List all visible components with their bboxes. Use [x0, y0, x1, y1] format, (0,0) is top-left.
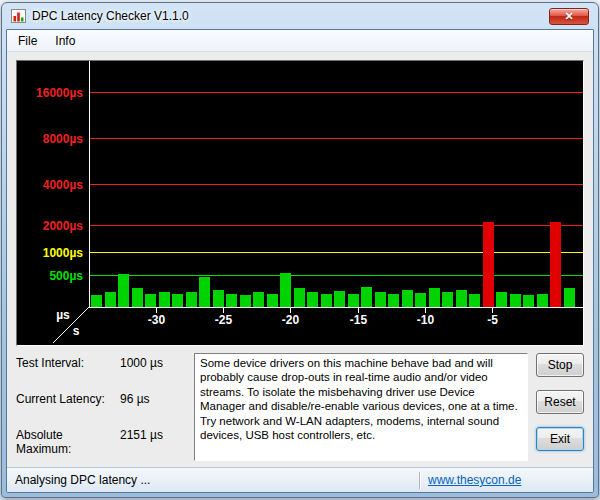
latency-bar	[199, 277, 210, 307]
x-tick-label: -15	[350, 313, 368, 327]
close-button[interactable]: ✕	[549, 8, 589, 25]
latency-bar	[118, 274, 129, 307]
title-bar[interactable]: DPC Latency Checker V1.1.0 ✕	[6, 3, 594, 29]
y-axis-label: 1000µs	[43, 246, 84, 260]
current-latency-label: Current Latency:	[16, 392, 120, 406]
stat-row: Test Interval: 1000 µs	[16, 356, 194, 370]
y-axis-label: 16000µs	[36, 86, 83, 100]
thesycon-link[interactable]: www.thesycon.de	[428, 473, 521, 487]
latency-bar	[361, 287, 372, 307]
status-bar: Analysing DPC latency ... www.thesycon.d…	[7, 467, 593, 492]
window-client: File Info 16000µs8000µs4000µs2000µs1000µ…	[6, 29, 594, 493]
x-tick-label: -25	[215, 313, 233, 327]
latency-bar	[159, 292, 170, 307]
latency-bar	[537, 294, 548, 307]
app-icon	[11, 8, 27, 24]
stop-button[interactable]: Stop	[536, 353, 584, 377]
latency-bar	[240, 295, 251, 307]
lower-panel: Test Interval: 1000 µs Current Latency: …	[16, 353, 584, 465]
latency-bar	[442, 292, 453, 307]
stat-row: Absolute Maximum: 2151 µs	[16, 428, 194, 456]
reset-button[interactable]: Reset	[536, 390, 584, 414]
latency-bar	[388, 294, 399, 307]
y-axis-label: 2000µs	[43, 219, 84, 233]
status-link-zone: www.thesycon.de	[421, 473, 593, 487]
absolute-maximum-label: Absolute Maximum:	[16, 428, 120, 456]
latency-bar	[348, 294, 359, 307]
latency-bar	[91, 295, 102, 307]
absolute-maximum-value: 2151 µs	[120, 428, 163, 456]
latency-bar	[213, 290, 224, 307]
latency-bar	[186, 292, 197, 307]
exit-button[interactable]: Exit	[536, 427, 584, 451]
latency-bar	[307, 292, 318, 307]
latency-bar	[280, 273, 291, 307]
current-latency-value: 96 µs	[120, 392, 150, 406]
latency-bar	[294, 288, 305, 307]
latency-bar	[145, 294, 156, 307]
close-icon: ✕	[564, 11, 573, 22]
x-tick-label: -10	[417, 313, 435, 327]
stat-row: Current Latency: 96 µs	[16, 392, 194, 406]
y-axis-label: 500µs	[49, 269, 83, 283]
latency-bar	[496, 292, 507, 307]
window-title: DPC Latency Checker V1.1.0	[32, 9, 549, 23]
x-tick-label: -5	[487, 313, 498, 327]
stats-column: Test Interval: 1000 µs Current Latency: …	[16, 353, 194, 465]
button-column: Stop Reset Exit	[536, 353, 584, 465]
latency-bar	[550, 222, 561, 307]
y-axis-unit-label: µs	[56, 308, 70, 322]
app-window: DPC Latency Checker V1.1.0 ✕ File Info 1…	[1, 2, 599, 498]
latency-bar	[334, 291, 345, 307]
test-interval-value: 1000 µs	[120, 356, 163, 370]
test-interval-label: Test Interval:	[16, 356, 120, 370]
latency-bar	[469, 294, 480, 307]
latency-bar	[429, 288, 440, 307]
latency-bar	[402, 290, 413, 307]
latency-bar	[564, 288, 575, 307]
latency-bar	[375, 292, 386, 307]
menu-info[interactable]: Info	[46, 31, 84, 51]
latency-bar	[456, 290, 467, 307]
latency-bar	[267, 294, 278, 307]
latency-bar	[132, 288, 143, 307]
y-axis-label: 4000µs	[43, 178, 84, 192]
latency-bar	[510, 294, 521, 307]
y-axis-label: 8000µs	[43, 132, 84, 146]
latency-bar	[172, 294, 183, 307]
latency-bar	[321, 294, 332, 307]
x-tick-label: -20	[282, 313, 300, 327]
latency-bar	[523, 295, 534, 307]
latency-bar	[226, 294, 237, 307]
latency-bar	[253, 292, 264, 307]
latency-bar	[105, 292, 116, 307]
latency-chart-svg: 16000µs8000µs4000µs2000µs1000µs500µs-30-…	[17, 61, 583, 345]
diagnosis-message: Some device drivers on this machine beha…	[194, 353, 528, 461]
latency-bar	[415, 293, 426, 307]
menu-file[interactable]: File	[9, 31, 46, 51]
status-text: Analysing DPC latency ...	[15, 473, 419, 487]
x-axis-unit-label: s	[73, 324, 80, 338]
x-tick-label: -30	[148, 313, 166, 327]
latency-chart: 16000µs8000µs4000µs2000µs1000µs500µs-30-…	[16, 60, 584, 346]
menu-bar: File Info	[7, 30, 593, 52]
dialog-area: 16000µs8000µs4000µs2000µs1000µs500µs-30-…	[7, 52, 593, 467]
latency-bar	[483, 222, 494, 307]
